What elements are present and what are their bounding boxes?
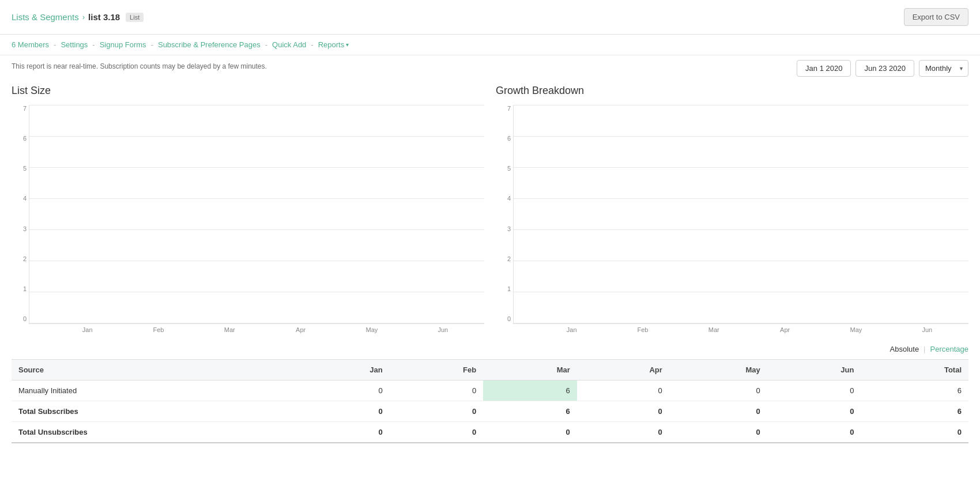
growth-table: Source Jan Feb Mar Apr May Jun Total Man… <box>12 359 968 443</box>
nav-reports-dropdown[interactable]: Reports ▾ <box>318 40 349 49</box>
g-x-jan: Jan <box>536 326 607 333</box>
cell-jan-3: 0 <box>297 422 390 443</box>
nav-quick-add[interactable]: Quick Add <box>272 40 306 49</box>
growth-breakdown-title: Growth Breakdown <box>496 85 968 97</box>
cell-may-2: 0 <box>669 401 767 422</box>
top-header: Lists & Segments › list 3.18 List Export… <box>0 0 980 35</box>
col-jun: Jun <box>767 360 861 380</box>
growth-y-axis: 0 1 2 3 4 5 6 7 <box>496 105 511 323</box>
col-feb: Feb <box>390 360 484 380</box>
cell-source-3: Total Unsubscribes <box>12 422 297 443</box>
nav-bar: 6 Members - Settings - Signup Forms - Su… <box>0 35 980 55</box>
breadcrumb-current: list 3.18 <box>88 12 120 22</box>
y-label-5: 5 <box>12 165 27 172</box>
cell-apr-2: 0 <box>577 401 669 422</box>
export-csv-button[interactable]: Export to CSV <box>904 8 968 26</box>
x-label-feb: Feb <box>123 326 194 333</box>
g-x-may: May <box>820 326 891 333</box>
y-label-4: 4 <box>12 195 27 202</box>
x-label-may: May <box>336 326 407 333</box>
controls-section: This report is near real-time. Subscript… <box>0 55 980 79</box>
g-y-7: 7 <box>496 105 511 112</box>
growth-bars <box>514 105 968 323</box>
period-select[interactable]: Monthly <box>919 60 968 77</box>
cell-feb-3: 0 <box>390 422 484 443</box>
y-label-1: 1 <box>12 285 27 292</box>
breadcrumb-badge: List <box>126 13 144 22</box>
g-y-2: 2 <box>496 255 511 262</box>
nav-settings[interactable]: Settings <box>61 40 88 49</box>
nav-sep-3: - <box>151 40 153 49</box>
cell-apr-1: 0 <box>577 380 669 401</box>
table-view-links: Absolute | Percentage <box>12 345 968 353</box>
growth-x-axis: Jan Feb Mar Apr May Jun <box>530 324 968 333</box>
list-size-chart: List Size 0 1 2 <box>12 85 484 333</box>
cell-mar-3: 0 <box>483 422 577 443</box>
cell-may-3: 0 <box>669 422 767 443</box>
cell-mar-1: 6 <box>483 380 577 401</box>
g-y-6: 6 <box>496 135 511 142</box>
date-end-button[interactable]: Jun 23 2020 <box>855 60 914 77</box>
breadcrumb-lists-link[interactable]: Lists & Segments <box>12 12 79 22</box>
nav-sep-2: - <box>92 40 95 49</box>
nav-reports-label: Reports <box>318 40 345 49</box>
cell-jan-2: 0 <box>297 401 390 422</box>
nav-members[interactable]: 6 Members <box>12 40 49 49</box>
cell-jun-2: 0 <box>767 401 861 422</box>
x-label-jan: Jan <box>52 326 123 333</box>
table-section: Absolute | Percentage Source Jan Feb Mar… <box>0 345 980 455</box>
g-x-feb: Feb <box>607 326 678 333</box>
g-y-4: 4 <box>496 195 511 202</box>
cell-jun-3: 0 <box>767 422 861 443</box>
cell-total-1: 6 <box>861 380 968 401</box>
nav-sep-4: - <box>265 40 267 49</box>
col-mar: Mar <box>483 360 577 380</box>
y-label-0: 0 <box>12 315 27 322</box>
breadcrumb: Lists & Segments › list 3.18 List <box>12 12 144 22</box>
x-label-jun: Jun <box>408 326 478 333</box>
cell-source-2: Total Subscribes <box>12 401 297 422</box>
percentage-view-link[interactable]: Percentage <box>930 345 969 353</box>
cell-feb-1: 0 <box>390 380 484 401</box>
absolute-view-link[interactable]: Absolute <box>890 345 919 353</box>
table-header-row: Source Jan Feb Mar Apr May Jun Total <box>12 360 968 380</box>
growth-breakdown-chart: Growth Breakdown 0 1 2 3 <box>496 85 968 333</box>
cell-mar-2: 6 <box>483 401 577 422</box>
view-sep: | <box>924 345 925 353</box>
g-y-5: 5 <box>496 165 511 172</box>
col-total: Total <box>861 360 968 380</box>
cell-jan-1: 0 <box>297 380 390 401</box>
g-x-jun: Jun <box>892 326 963 333</box>
g-x-mar: Mar <box>679 326 749 333</box>
growth-chart-area: 0 1 2 3 4 5 6 7 <box>513 105 968 324</box>
y-label-3: 3 <box>12 225 27 232</box>
period-select-wrapper: Monthly <box>919 60 968 77</box>
breadcrumb-arrow-icon: › <box>82 13 85 21</box>
y-axis-labels: 0 1 2 3 4 5 6 7 <box>12 105 27 323</box>
table-row: Total Subscribes 0 0 6 0 0 0 6 <box>12 401 968 422</box>
y-label-2: 2 <box>12 255 27 262</box>
cell-feb-2: 0 <box>390 401 484 422</box>
list-size-x-axis: Jan Feb Mar Apr May Jun <box>46 324 484 333</box>
g-x-apr: Apr <box>749 326 820 333</box>
nav-subscribe-pages[interactable]: Subscribe & Preference Pages <box>158 40 261 49</box>
list-size-chart-area: 0 1 2 3 4 5 6 7 <box>29 105 484 324</box>
charts-container: List Size 0 1 2 <box>0 79 980 345</box>
cell-total-3: 0 <box>861 422 968 443</box>
reports-chevron-icon: ▾ <box>346 42 349 48</box>
y-label-7: 7 <box>12 105 27 112</box>
col-jan: Jan <box>297 360 390 380</box>
g-y-0: 0 <box>496 315 511 322</box>
col-source: Source <box>12 360 297 380</box>
cell-apr-3: 0 <box>577 422 669 443</box>
report-notice: This report is near real-time. Subscript… <box>12 62 267 70</box>
col-apr: Apr <box>577 360 669 380</box>
cell-may-1: 0 <box>669 380 767 401</box>
table-row: Total Unsubscribes 0 0 0 0 0 0 0 <box>12 422 968 443</box>
cell-jun-1: 0 <box>767 380 861 401</box>
date-start-button[interactable]: Jan 1 2020 <box>797 60 851 77</box>
y-label-6: 6 <box>12 135 27 142</box>
nav-signup-forms[interactable]: Signup Forms <box>100 40 146 49</box>
col-may: May <box>669 360 767 380</box>
nav-sep-1: - <box>54 40 56 49</box>
